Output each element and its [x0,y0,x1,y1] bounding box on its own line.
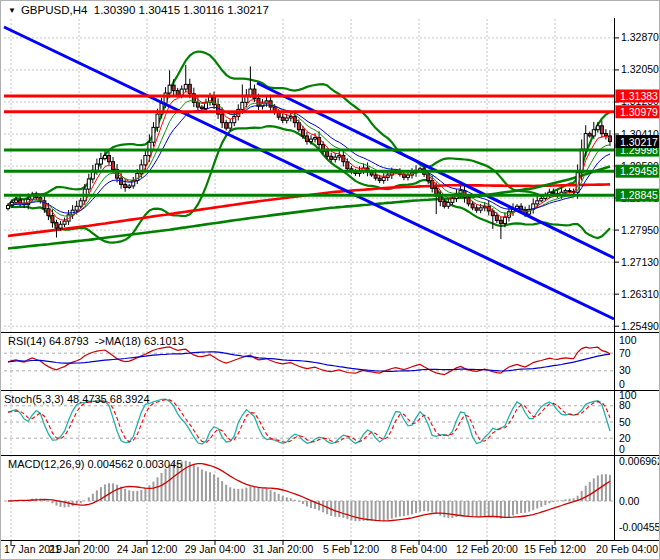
candle-bear [281,117,284,120]
candle-bull [596,126,599,130]
candle-bull [451,198,454,202]
resistance-price-badge: 1.30979 [620,106,658,118]
price-tick-label: 1.26310 [621,288,659,300]
candle-bull [592,130,595,136]
candle-bull [7,205,10,208]
candle-bear [47,209,50,216]
candle-bull [334,157,337,159]
candle-bull [382,177,385,180]
candle-bull [156,114,159,127]
candle-bull [128,186,131,188]
macd-scale-label: -0.004556 [619,521,660,533]
price-chart-canvas[interactable]: 1.328701.320501.312301.304101.295901.287… [1,1,660,560]
candle-bear [499,220,502,223]
candle-bull [75,206,78,210]
candle-bull [184,84,187,89]
chart-window: 1.328701.320501.312301.304101.295901.287… [0,0,660,560]
candle-bear [124,184,127,187]
candle-bear [326,152,329,157]
candle-bear [305,136,308,141]
macd-indicator-label: MACD(12,26,9) 0.004562 0.003045 [8,458,182,470]
rsi-scale-label: 30 [619,364,631,376]
time-tick-label: 15 Feb 12:00 [524,543,586,555]
time-tick-label: 20 Feb 04:00 [596,543,658,555]
candle-bull [99,159,102,164]
macd-scale-label: 0.006962 [619,455,660,467]
candle-bull [479,208,482,210]
candle-bull [144,155,147,164]
candle-bear [172,85,175,90]
candle-bear [51,216,54,223]
candle-bull [540,198,543,200]
candle-bull [241,102,244,109]
support-price-badge: 1.29458 [620,165,658,177]
candle-bull [103,155,106,158]
candle-bull [79,201,82,206]
time-tick-label: 12 Feb 20:00 [456,543,518,555]
candle-bear [374,175,377,178]
current-price-badge: 1.30217 [620,136,658,148]
candle-bull [152,127,155,142]
chart-background [1,1,660,560]
candle-bull [168,85,171,93]
candle-bear [588,134,591,136]
candle-bull [95,164,98,170]
time-tick-label: 31 Jan 20:00 [253,543,314,555]
stoch-scale-label: 0 [619,443,625,455]
rsi-scale-label: 100 [619,334,637,346]
resistance-price-badge: 1.31383 [620,90,658,102]
candle-bear [221,114,224,123]
stoch-scale-label: 80 [619,399,631,411]
candle-bull [87,179,90,189]
candle-bull [229,123,232,128]
price-tick-label: 1.32050 [621,63,659,75]
candle-bear [495,216,498,221]
stoch-indicator-label: Stoch(5,3,3) 48.4735 68.3924 [4,393,150,405]
price-tick-label: 1.32870 [621,31,659,43]
rsi-scale-label: 70 [619,347,631,359]
candle-bear [608,136,611,141]
time-tick-label: 29 Jan 04:00 [185,543,246,555]
candle-bear [443,202,446,207]
support-price-badge: 1.28845 [620,189,658,201]
time-tick-label: 24 Jan 12:00 [117,543,178,555]
candle-bull [584,134,587,150]
candle-bear [55,223,58,228]
rsi-indicator-label: RSI(14) 64.8793 ->MA(18) 63.1013 [8,335,184,347]
candle-bear [378,178,381,180]
price-scale-background [615,1,660,560]
candle-bull [285,118,288,120]
price-tick-label: 1.27130 [621,256,659,268]
candle-bear [200,107,203,109]
candle-bull [59,224,62,228]
price-tick-label: 1.27950 [621,224,659,236]
chart-title: ▼GBPUSD,H4 1.30390 1.30415 1.30116 1.302… [8,4,269,16]
candle-bear [225,123,228,128]
time-tick-label: 8 Feb 04:00 [391,543,447,555]
time-tick-label: 5 Feb 12:00 [323,543,379,555]
candle-bear [108,155,111,161]
candle-bear [439,196,442,201]
candle-bull [564,191,567,193]
candle-bull [310,139,313,141]
price-tick-label: 1.25490 [621,320,659,332]
candle-bull [447,202,450,206]
time-tick-label: 21 Jan 20:00 [49,543,110,555]
macd-scale-label: 0.00 [619,495,640,507]
candle-bear [301,130,304,136]
candle-bull [314,138,317,140]
candle-bull [249,89,252,95]
symbol-marker-icon: ▼ [8,6,16,15]
candle-bear [600,126,603,134]
candle-bull [503,217,506,223]
candle-bear [471,204,474,208]
candle-bear [346,162,349,169]
candle-bear [196,102,199,107]
candle-bear [604,134,607,136]
chart-title-text: GBPUSD,H4 1.30390 1.30415 1.30116 1.3021… [21,4,269,16]
candle-bull [338,155,341,157]
candle-bear [568,191,571,192]
candle-bull [63,221,66,224]
stoch-scale-label: 50 [619,416,631,428]
candle-bull [15,200,18,202]
